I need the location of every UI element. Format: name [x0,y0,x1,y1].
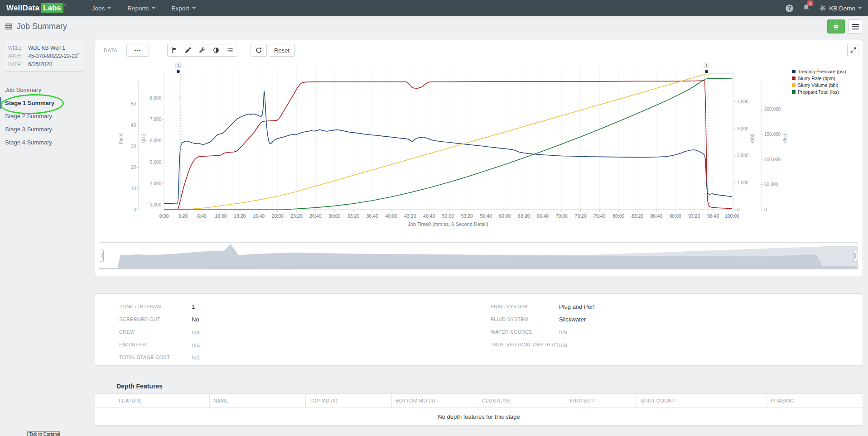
reset-button[interactable]: Reset [269,44,295,57]
cortana-taskbar-item[interactable]: Talk to Cortana [27,431,60,436]
more-options-button[interactable]: ••• [126,44,149,57]
details-left-column: ZONE / INTERVAL1SCREENED OUTNoCREWn/aENG… [119,300,200,364]
wrench-button[interactable] [195,44,209,57]
wrench-icon [198,47,206,54]
detail-label: ZONE / INTERVAL [119,304,192,309]
well-info-value: 6/25/2020 [28,61,80,67]
chart-legend[interactable]: Treating Pressure (psi)Slurry Rate (bpm)… [792,69,846,95]
svg-text:76:40: 76:40 [593,213,605,219]
detail-row: WATER SOURCEn/a [491,326,595,338]
detail-value: n/a [192,329,200,335]
flag-button[interactable] [167,44,181,57]
details-right-column: FRAC SYSTEMPlug and PerfFLUID SYSTEMSlic… [491,300,595,351]
svg-text:66:40: 66:40 [537,213,549,219]
notifications-button[interactable]: 3 [802,4,810,13]
svg-text:0:00: 0:00 [159,213,169,219]
svg-text:16:40: 16:40 [253,213,265,219]
detail-row: FRAC SYSTEMPlug and Perf [491,300,595,313]
sidebar-item-stage-2-summary[interactable]: Stage 2 Summary [4,110,84,123]
column-header-feature: FEATURE [95,394,210,407]
expand-button[interactable] [847,44,859,56]
svg-text:33:20: 33:20 [347,213,359,219]
svg-text:Slurry Rate (bpm): Slurry Rate (bpm) [798,76,835,81]
detail-value: n/a [192,354,200,361]
svg-text:56:40: 56:40 [480,213,492,219]
sidebar-item-label: Stage 4 Summary [5,139,52,146]
stage-details-card: ZONE / INTERVAL1SCREENED OUTNoCREWn/aENG… [95,293,863,366]
refresh-button[interactable] [251,44,267,57]
sidebar-item-stage-3-summary[interactable]: Stage 3 Summary [4,123,84,136]
svg-text:7,000: 7,000 [150,117,161,122]
svg-text:63:20: 63:20 [518,213,530,219]
menu-reports[interactable]: Reports [127,5,155,12]
contrast-button[interactable] [209,44,223,57]
robot-icon [832,23,840,30]
menu-label: Export [172,5,189,12]
detail-value: n/a [559,341,595,348]
active-indicator-bar [0,97,1,109]
svg-text:3,000: 3,000 [150,202,161,207]
column-header-shot-count: SHOT COUNT [637,394,767,407]
detail-row: ZONE / INTERVAL1 [119,300,200,313]
sidebar-item-stage-1-summary[interactable]: Stage 1 Summary [4,96,84,110]
summary-nav: Job SummaryStage 1 SummaryStage 2 Summar… [4,83,84,149]
svg-text:70:00: 70:00 [556,213,568,219]
eyedropper-button[interactable] [181,44,195,57]
navbar-menus: JobsReportsExport [92,5,196,12]
chart-navigator[interactable] [99,242,858,269]
y-axis-psi: 3,0004,0005,0006,0007,0008,000(psi) [141,72,164,210]
svg-text:0: 0 [133,207,136,212]
page-actions [827,19,863,34]
user-label: KB Demo [829,5,855,12]
svg-text:30: 30 [131,144,136,149]
assistant-button[interactable] [827,19,845,34]
svg-text:6:40: 6:40 [197,213,207,219]
svg-text:40:00: 40:00 [385,213,397,219]
navigator-handle-left[interactable] [100,250,104,262]
chart-toolbar: DATA ••• Reset [95,44,863,57]
welldatalabs-logo[interactable]: WellData Labs ® [6,3,67,13]
svg-text:3,000: 3,000 [737,126,748,131]
page-title-wrap: Job Summary [5,22,67,31]
sidebar-item-job-summary[interactable]: Job Summary [4,83,84,96]
marker-dot [705,70,708,73]
svg-text:30:00: 30:00 [328,213,340,219]
svg-text:80:00: 80:00 [612,213,624,219]
x-axis-title: Job Time0 (mm:ss, 6 Second Detail) [408,221,488,227]
user-menu[interactable]: KB Demo [819,5,862,12]
column-header-shots-ft: SHOTS/FT [565,394,637,407]
menu-button[interactable] [848,19,863,34]
svg-text:96:40: 96:40 [707,213,719,219]
sidebar-item-label: Stage 2 Summary [5,113,52,120]
column-header-bottom-md-ft-: BOTTOM MD (ft) [392,394,478,407]
detail-label: TRUE VERTICAL DEPTH (ft) [491,342,559,347]
menu-export[interactable]: Export [172,5,196,12]
well-info-label: DATE: [8,62,28,67]
menu-jobs[interactable]: Jobs [92,5,111,12]
svg-text:50,000: 50,000 [764,182,778,187]
gear-icon [819,5,826,12]
detail-row: TOTAL STAGE COSTn/a [119,351,200,364]
svg-text:43:20: 43:20 [404,213,416,219]
y-axis-bbl: 01,0002,0003,0004,000(bbl) [734,72,755,212]
x-gridlines [183,67,732,210]
detail-row: CREWn/a [119,326,200,338]
well-info-label: API #: [8,53,28,59]
registered-mark: ® [64,3,67,8]
svg-text:73:20: 73:20 [574,213,586,219]
flag-icon [171,47,178,54]
well-info-box[interactable]: WELL:WDL KB Well 1API #:45-378-90222-22-… [4,41,84,72]
stage-chart[interactable]: 0:003:206:4010:0013:2016:4020:0023:2026:… [99,60,858,232]
svg-text:13:20: 13:20 [234,213,246,219]
navigator-chart[interactable] [99,243,858,269]
svg-text:0: 0 [764,207,767,212]
list-button[interactable] [223,44,237,57]
refresh-icon [255,47,262,54]
help-icon[interactable]: ? [786,5,793,12]
chevron-down-icon[interactable] [77,53,81,55]
svg-text:200,000: 200,000 [764,107,781,112]
svg-text:20:00: 20:00 [272,213,284,219]
svg-text:5,000: 5,000 [150,160,161,165]
sidebar-item-stage-4-summary[interactable]: Stage 4 Summary [4,136,84,149]
navigator-handle-right[interactable] [854,250,857,262]
